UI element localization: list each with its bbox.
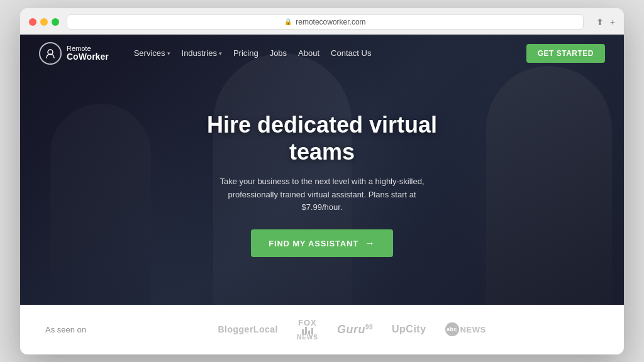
hero-subtitle: Take your business to the next level wit… (215, 175, 429, 214)
nav-links: Services ▾ Industries ▾ Pricing Jobs Abo (134, 48, 514, 58)
fox-news-logo: FOX NEWS (297, 319, 318, 341)
browser-chrome: 🔒 remotecoworker.com ⬆ + (20, 8, 624, 35)
logo-icon (39, 42, 62, 65)
close-button[interactable] (29, 18, 36, 26)
guru99-logo: Guru99 (337, 323, 373, 336)
get-started-button[interactable]: GET STARTED (526, 44, 605, 63)
browser-actions: ⬆ + (596, 17, 615, 27)
nav-contact-label: Contact Us (331, 48, 371, 58)
site-wrapper: Remote CoWorker Services ▾ Industries ▾ … (20, 35, 624, 354)
minimize-button[interactable] (40, 18, 48, 26)
hero-title: Hire dedicated virtual teams (196, 111, 448, 165)
arrow-right-icon: → (365, 238, 375, 249)
new-tab-icon[interactable]: + (610, 17, 615, 27)
cta-label: FIND MY ASSISTANT (269, 239, 358, 248)
chevron-down-icon: ▾ (219, 50, 222, 57)
nav-jobs[interactable]: Jobs (270, 48, 287, 58)
hero-content: Hire dedicated virtual teams Take your b… (196, 111, 448, 257)
nav-pricing[interactable]: Pricing (233, 48, 258, 58)
as-seen-on-bar: As seen on BloggerLocal FOX NEWS Guru99 (20, 305, 624, 354)
lock-icon: 🔒 (284, 18, 292, 25)
nav-jobs-label: Jobs (270, 48, 287, 58)
logo-text: Remote CoWorker (67, 45, 109, 62)
url-text: remotecoworker.com (296, 18, 365, 26)
nav-pricing-label: Pricing (233, 48, 258, 58)
maximize-button[interactable] (52, 18, 59, 26)
abc-news-logo: abc NEWS (445, 322, 486, 336)
traffic-lights (29, 18, 59, 26)
address-bar[interactable]: 🔒 remotecoworker.com (67, 14, 584, 30)
nav-about[interactable]: About (298, 48, 319, 58)
blogger-local-logo: BloggerLocal (218, 324, 277, 334)
nav-contact[interactable]: Contact Us (331, 48, 371, 58)
logo[interactable]: Remote CoWorker (39, 42, 109, 65)
chevron-down-icon: ▾ (167, 50, 170, 57)
nav-industries[interactable]: Industries ▾ (182, 48, 222, 58)
nav-services-label: Services (134, 48, 165, 58)
as-seen-label: As seen on (45, 325, 86, 334)
brand-logos: BloggerLocal FOX NEWS Guru99 UpCity (105, 319, 599, 341)
share-icon[interactable]: ⬆ (596, 17, 604, 27)
find-assistant-button[interactable]: FIND MY ASSISTANT → (251, 229, 392, 257)
logo-coworker: CoWorker (67, 52, 109, 62)
nav-industries-label: Industries (182, 48, 217, 58)
nav-about-label: About (298, 48, 319, 58)
navbar: Remote CoWorker Services ▾ Industries ▾ … (20, 35, 624, 72)
browser-window: 🔒 remotecoworker.com ⬆ + (20, 8, 624, 354)
hero-section: Remote CoWorker Services ▾ Industries ▾ … (20, 35, 624, 305)
nav-services[interactable]: Services ▾ (134, 48, 170, 58)
upcity-logo: UpCity (392, 324, 426, 335)
